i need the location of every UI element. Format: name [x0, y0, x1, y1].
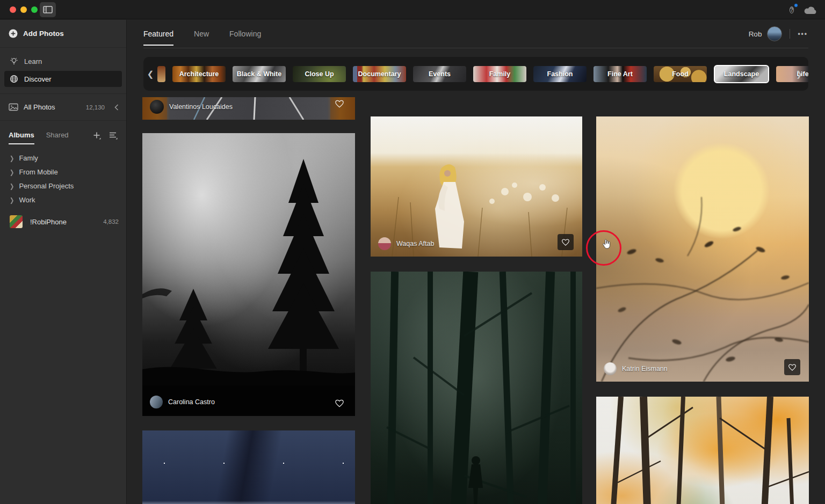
photo-attribution: Carolina Castro: [150, 396, 215, 408]
sidebar-item-discover[interactable]: Discover: [4, 71, 122, 87]
sidebar-panel-icon: [43, 6, 53, 13]
tab-albums[interactable]: Albums: [9, 131, 34, 144]
tab-new[interactable]: New: [194, 30, 209, 46]
tab-following[interactable]: Following: [229, 30, 261, 46]
album-item-personal-projects[interactable]: ❯ Personal Projects: [0, 179, 126, 193]
lightbulb-icon: [10, 57, 18, 65]
discover-tabs: Featured New Following: [143, 30, 261, 46]
photo-card-road[interactable]: Valentinos Loucaides: [142, 97, 355, 120]
album-label: From Mobile: [19, 168, 57, 176]
author-avatar[interactable]: [378, 237, 391, 250]
collapse-chevron-icon[interactable]: [114, 104, 119, 111]
toggle-sidebar-button[interactable]: [40, 2, 56, 17]
author-name[interactable]: Katrin Eismann: [622, 365, 668, 372]
album-item-robiphone[interactable]: !RobiPhone 4,832: [0, 211, 126, 232]
category-chip-label: Close Up: [305, 70, 334, 78]
author-avatar[interactable]: [150, 396, 163, 408]
zoom-window-button[interactable]: [31, 6, 38, 13]
tab-shared[interactable]: Shared: [46, 131, 69, 144]
photo-card-stars[interactable]: [142, 430, 355, 504]
close-window-button[interactable]: [10, 6, 16, 13]
library-tabs: Albums Shared: [0, 121, 126, 144]
sidebar-nav: Learn Discover: [0, 48, 126, 94]
cloud-sync-button[interactable]: [804, 4, 817, 15]
user-block: Rob •••: [749, 26, 808, 41]
sort-albums-button[interactable]: [109, 132, 119, 140]
heart-icon: [335, 399, 344, 407]
category-chip-events[interactable]: Events: [413, 66, 466, 82]
author-avatar[interactable]: [604, 362, 617, 375]
all-photos-count: 12,130: [86, 104, 105, 111]
album-item-from-mobile[interactable]: ❯ From Mobile: [0, 165, 126, 179]
photo-image: [142, 501, 355, 504]
photo-card-autumn[interactable]: [596, 397, 809, 504]
category-chip-close-up[interactable]: Close Up: [293, 66, 346, 82]
album-label: Work: [19, 196, 35, 204]
heart-icon: [788, 363, 797, 371]
photo-image: [142, 133, 355, 416]
category-chip-label: Landscape: [724, 70, 759, 78]
photo-card-black-white[interactable]: Carolina Castro: [142, 133, 355, 416]
chevron-right-icon: ❯: [10, 196, 14, 203]
like-button[interactable]: [558, 234, 574, 250]
chevron-right-icon: ❯: [10, 154, 14, 161]
album-label: !RobiPhone: [30, 218, 67, 226]
photo-image: [596, 116, 809, 382]
window-titlebar: ?: [0, 0, 825, 19]
category-chip-architecture[interactable]: Architecture: [172, 66, 226, 82]
photo-image: [371, 272, 582, 504]
category-chip-label: Food: [672, 70, 689, 78]
album-item-famly[interactable]: ❯ Famly: [0, 151, 126, 165]
help-button[interactable]: ?: [786, 4, 797, 15]
author-avatar[interactable]: [150, 100, 164, 114]
photo-card-sunset[interactable]: Katrin Eismann: [596, 116, 809, 382]
album-item-work[interactable]: ❯ Work: [0, 193, 126, 207]
category-chip-family[interactable]: Family: [473, 66, 526, 82]
sidebar-item-learn[interactable]: Learn: [4, 53, 122, 69]
category-bar: ❮ Architecture Black & White Close Up Do…: [143, 57, 808, 91]
category-chip-label: Fine Art: [607, 70, 633, 78]
minimize-window-button[interactable]: [20, 6, 27, 13]
photo-card-forest[interactable]: [371, 272, 582, 504]
like-button[interactable]: [784, 359, 800, 375]
heart-icon: [561, 238, 570, 246]
add-album-button[interactable]: [93, 132, 103, 140]
category-chip-landscape[interactable]: Landscape: [714, 65, 769, 83]
question-icon: ?: [790, 6, 794, 13]
more-options-button[interactable]: •••: [798, 30, 808, 38]
photo-attribution: Katrin Eismann: [604, 362, 668, 375]
author-name[interactable]: Carolina Castro: [168, 398, 215, 406]
photo-image: [371, 116, 582, 257]
category-chip-label: Documentary: [358, 70, 401, 78]
chevron-right-icon: ❯: [10, 168, 14, 175]
photo-card-field[interactable]: Waqas Aftab: [371, 116, 582, 257]
like-button[interactable]: [335, 98, 346, 109]
sidebar-item-label: Discover: [24, 75, 52, 83]
album-thumbnail: [10, 215, 23, 228]
sidebar-item-label: Learn: [24, 57, 42, 65]
user-name: Rob: [749, 30, 762, 38]
library-tools: [93, 132, 119, 144]
category-chip-documentary[interactable]: Documentary: [353, 66, 406, 82]
category-chip-fine-art[interactable]: Fine Art: [594, 66, 647, 82]
cloud-icon: [804, 5, 816, 14]
category-chip-black-and-white[interactable]: Black & White: [233, 66, 286, 82]
sidebar: Add Photos Learn Discover: [0, 20, 127, 504]
author-name[interactable]: Waqas Aftab: [396, 240, 434, 247]
sidebar-item-all-photos[interactable]: All Photos 12,130: [0, 94, 126, 121]
album-label: Famly: [19, 154, 38, 162]
sort-icon: [109, 132, 118, 140]
avatar[interactable]: [767, 26, 782, 41]
add-photos-button[interactable]: Add Photos: [0, 20, 126, 48]
tab-featured[interactable]: Featured: [143, 30, 173, 46]
category-chip-food[interactable]: Food: [654, 66, 707, 82]
category-chip-fashion[interactable]: Fashion: [533, 66, 587, 82]
scroll-right-button[interactable]: ❯: [792, 57, 806, 91]
notification-dot: [794, 3, 798, 8]
category-chip-label: Architecture: [179, 70, 219, 78]
tab-underline-track: [143, 48, 808, 48]
like-button[interactable]: [335, 398, 346, 408]
scroll-left-button[interactable]: ❮: [143, 69, 157, 79]
globe-icon: [10, 75, 18, 83]
author-name[interactable]: Valentinos Loucaides: [169, 103, 233, 111]
